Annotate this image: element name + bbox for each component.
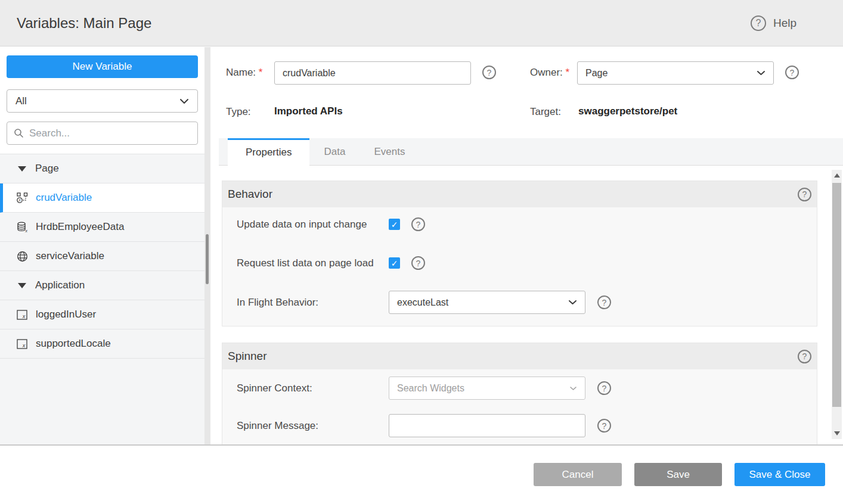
sidebar-item-loggedinuser[interactable]: x loggedInUser (0, 300, 204, 329)
target-value: swaggerpetstore/pet (578, 105, 677, 117)
sidebar-scrollbar[interactable] (204, 47, 210, 444)
content-scrollbar-thumb[interactable] (832, 183, 841, 407)
tab-data[interactable]: Data (309, 138, 359, 165)
update-on-input-label: Update data on input change (237, 219, 367, 231)
dialog-footer: Cancel Save Save & Close (0, 444, 843, 504)
search-icon (14, 128, 24, 138)
tab-bar: Properties Data Events (219, 138, 843, 166)
spinner-message-help-icon[interactable]: ? (597, 419, 611, 433)
group-label: Page (35, 163, 59, 175)
owner-select[interactable]: Page (577, 61, 774, 85)
spinner-context-placeholder: Search Widgets (397, 383, 569, 394)
sidebar-scrollbar-thumb[interactable] (206, 234, 209, 284)
variable-item-label: loggedInUser (36, 309, 96, 321)
required-asterisk: * (566, 67, 570, 78)
behavior-section-title: Behavior (228, 188, 798, 201)
inflight-behavior-select[interactable]: executeLast (389, 291, 585, 314)
dialog-header: Variables: Main Page ? Help (0, 0, 843, 46)
sidebar-item-hrdbemployeedata[interactable]: x HrdbEmployeeData (0, 213, 204, 242)
type-label: Type: (226, 106, 251, 118)
chevron-down-icon (179, 98, 189, 104)
page-title: Variables: Main Page (0, 15, 151, 32)
spinner-context-select[interactable]: Search Widgets (389, 377, 585, 400)
request-on-load-checkbox[interactable]: ✓ (389, 257, 400, 269)
database-variable-icon: x (17, 222, 28, 233)
save-button[interactable]: Save (634, 463, 722, 486)
collapse-triangle-icon (18, 283, 26, 288)
help-button[interactable]: ? Help (751, 0, 796, 46)
spinner-help-icon[interactable]: ? (798, 350, 811, 363)
sidebar-controls: New Variable All (0, 47, 204, 154)
chevron-down-icon (757, 70, 765, 76)
group-label: Application (35, 279, 85, 291)
variables-sidebar: New Variable All Page x (0, 47, 204, 444)
inflight-behavior-help-icon[interactable]: ? (597, 295, 611, 309)
owner-select-value: Page (585, 68, 757, 79)
spinner-context-help-icon[interactable]: ? (597, 381, 611, 395)
svg-text:x: x (24, 228, 27, 233)
new-variable-button[interactable]: New Variable (7, 55, 198, 78)
scroll-up-icon[interactable] (834, 173, 840, 178)
owner-label: Owner: * (530, 67, 569, 79)
name-label: Name: * (226, 67, 262, 79)
name-input[interactable] (274, 61, 471, 85)
variable-list: Page x crudVariable x HrdbEmployeeData (0, 154, 204, 359)
svg-text:x: x (22, 343, 26, 349)
main-panel: Name: * ? Owner: * Page ? Type: Imported… (210, 47, 843, 444)
required-asterisk: * (259, 67, 263, 78)
spinner-message-label: Spinner Message: (237, 420, 318, 432)
behavior-section-header: Behavior ? (222, 181, 817, 207)
sidebar-group-page[interactable]: Page (0, 154, 204, 183)
variable-item-label: supportedLocale (36, 338, 111, 350)
behavior-help-icon[interactable]: ? (798, 188, 811, 201)
chevron-down-icon (569, 386, 577, 391)
variables-dialog: Variables: Main Page ? Help New Variable… (0, 0, 843, 504)
variable-item-label: crudVariable (36, 192, 92, 204)
static-variable-icon: x (17, 309, 28, 321)
crud-variable-icon: x (17, 192, 28, 204)
dialog-body: New Variable All Page x (0, 47, 843, 444)
spinner-context-label: Spinner Context: (237, 382, 312, 394)
variable-filter-value: All (16, 95, 179, 107)
sidebar-item-servicevariable[interactable]: serviceVariable (0, 242, 204, 271)
inflight-behavior-value: executeLast (397, 297, 568, 308)
collapse-triangle-icon (18, 166, 26, 172)
help-circle-icon: ? (751, 15, 766, 31)
name-help-icon[interactable]: ? (482, 66, 496, 79)
static-variable-icon: x (17, 338, 28, 350)
type-value: Imported APIs (274, 105, 343, 117)
target-label: Target: (530, 106, 561, 118)
spinner-message-input[interactable] (389, 414, 585, 437)
tab-events[interactable]: Events (359, 138, 419, 165)
scroll-down-icon[interactable] (834, 431, 840, 435)
variable-search-input[interactable] (29, 127, 191, 139)
spinner-section-header: Spinner ? (222, 343, 817, 369)
svg-text:x: x (22, 313, 26, 319)
sidebar-item-crudvariable[interactable]: x crudVariable (0, 183, 204, 213)
save-close-button[interactable]: Save & Close (734, 463, 825, 486)
variable-item-label: serviceVariable (36, 250, 104, 262)
service-variable-icon (17, 251, 28, 262)
request-on-load-label: Request list data on page load (237, 257, 374, 269)
inflight-behavior-label: In Flight Behavior: (237, 297, 318, 309)
sidebar-group-application[interactable]: Application (0, 271, 204, 300)
svg-text:x: x (18, 198, 21, 202)
variable-item-label: HrdbEmployeeData (36, 221, 124, 233)
variable-search-box (7, 122, 198, 145)
update-on-input-help-icon[interactable]: ? (411, 217, 425, 231)
chevron-down-icon (568, 300, 577, 305)
request-on-load-help-icon[interactable]: ? (411, 256, 425, 270)
content-scrollbar[interactable] (832, 170, 842, 439)
help-label: Help (773, 17, 796, 30)
spinner-section-title: Spinner (228, 350, 798, 363)
tab-properties[interactable]: Properties (228, 138, 309, 166)
update-on-input-checkbox[interactable]: ✓ (389, 219, 400, 230)
cancel-button[interactable]: Cancel (534, 463, 622, 486)
sidebar-item-supportedlocale[interactable]: x supportedLocale (0, 329, 204, 359)
owner-help-icon[interactable]: ? (785, 66, 799, 79)
variable-filter-select[interactable]: All (7, 89, 198, 113)
